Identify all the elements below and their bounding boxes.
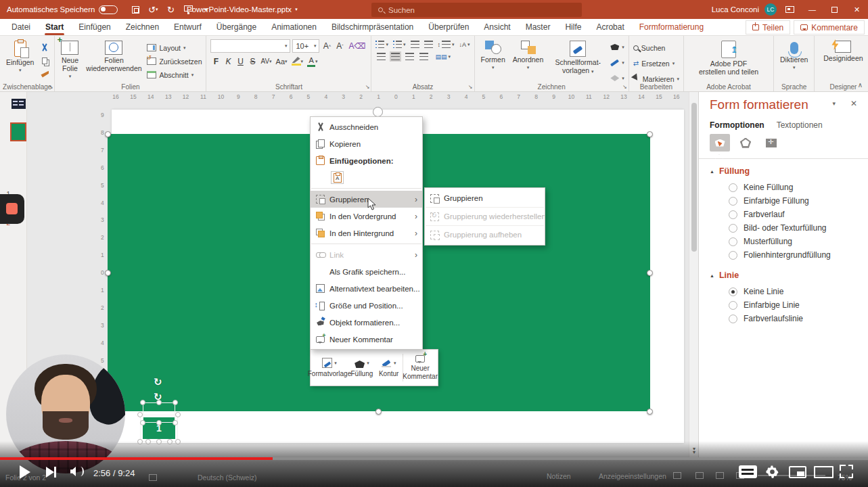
- group-rotate-handle-outer[interactable]: ↻: [154, 376, 166, 388]
- shape-handle-bottom-center[interactable]: [375, 409, 382, 415]
- reuse-slides-button[interactable]: Folien wiederverwenden: [84, 39, 143, 74]
- radio-button[interactable]: [729, 251, 737, 260]
- save-button[interactable]: [127, 1, 143, 18]
- fullscreen-button[interactable]: [840, 465, 853, 478]
- align-right-button[interactable]: [404, 51, 415, 62]
- menu-item-in-den-hintergrund[interactable]: In den Hintergrund›: [311, 225, 422, 241]
- dictate-button[interactable]: Diktieren ▾: [778, 39, 810, 72]
- radio-option-folienhintergrundfüllung[interactable]: Folienhintergrundfüllung: [729, 250, 831, 260]
- group-handle[interactable]: [175, 412, 181, 417]
- radio-button[interactable]: [729, 315, 737, 323]
- shape-fill-button[interactable]: ▾: [610, 41, 624, 53]
- status-language[interactable]: Deutsch (Schweiz): [198, 473, 257, 482]
- minimize-button[interactable]: —: [801, 0, 823, 19]
- tab-überprüfen[interactable]: Überprüfen: [421, 19, 476, 35]
- group-handle[interactable]: [140, 400, 145, 405]
- tab-datei[interactable]: Datei: [4, 19, 38, 35]
- design-ideas-button[interactable]: Designideen: [819, 39, 867, 64]
- tab-hilfe[interactable]: Hilfe: [557, 19, 589, 35]
- collapse-ribbon-button[interactable]: ∧: [858, 81, 863, 89]
- radio-button[interactable]: [729, 237, 737, 246]
- share-button[interactable]: Teilen: [746, 20, 790, 34]
- group-handle[interactable]: [156, 400, 162, 405]
- arrange-button[interactable]: Anordnen ▾: [511, 39, 546, 72]
- align-left-button[interactable]: [375, 51, 387, 62]
- group-handle[interactable]: [137, 412, 143, 417]
- radio-option-musterfüllung[interactable]: Musterfüllung: [729, 237, 792, 246]
- menu-item-objekt-formatieren-[interactable]: Objekt formatieren...: [311, 314, 422, 331]
- decrease-indent-button[interactable]: [411, 41, 419, 48]
- effects-tab[interactable]: [735, 134, 756, 152]
- radio-option-keine-füllung[interactable]: Keine Füllung: [729, 183, 793, 192]
- replace-button[interactable]: ⇄Ersetzen▾: [633, 57, 679, 69]
- theater-mode-button[interactable]: [814, 466, 833, 478]
- shrink-font-button[interactable]: Aˇ: [334, 41, 345, 52]
- bold-button[interactable]: F: [210, 55, 221, 67]
- menu-item-gruppieren[interactable]: Gruppieren›: [311, 191, 422, 208]
- slide-2-thumbnail[interactable]: [10, 122, 26, 141]
- cut-button[interactable]: [39, 41, 50, 53]
- fill-button[interactable]: ▾ Füllung: [348, 350, 375, 386]
- search-box[interactable]: Suchen: [371, 3, 582, 17]
- tab-animationen[interactable]: Animationen: [264, 19, 324, 35]
- size-properties-tab[interactable]: [761, 134, 781, 152]
- radio-option-farbverlauf[interactable]: Farbverlauf: [729, 210, 785, 219]
- find-button[interactable]: Suchen: [633, 42, 679, 53]
- outline-button[interactable]: ▾ Kontur: [375, 350, 403, 386]
- normal-view-icon[interactable]: [673, 472, 681, 479]
- radio-button[interactable]: [729, 287, 737, 296]
- section-button[interactable]: Abschnitt▾: [147, 69, 202, 80]
- font-color-button[interactable]: A▾: [306, 55, 319, 67]
- video-progress-track[interactable]: [0, 457, 868, 460]
- autosave-control[interactable]: Automatisches Speichern: [7, 5, 118, 14]
- reading-view-icon[interactable]: [716, 472, 724, 479]
- tab-start[interactable]: Start: [38, 19, 71, 35]
- shape-effects-button[interactable]: ▾: [610, 72, 624, 84]
- radio-option-bild-oder-texturfüllung[interactable]: Bild- oder Texturfüllung: [729, 223, 827, 233]
- fill-section-header[interactable]: ▲ Füllung: [710, 166, 750, 176]
- undo-button[interactable]: ↺▾: [145, 1, 161, 18]
- italic-button[interactable]: K: [223, 55, 233, 67]
- group-handle[interactable]: [173, 420, 178, 425]
- drawing-dialog-launcher[interactable]: ↘: [622, 84, 627, 90]
- slide-sorter-view-icon[interactable]: [695, 472, 704, 479]
- close-button[interactable]: ✕: [846, 0, 868, 19]
- status-display-settings-button[interactable]: Anzeigeeinstellungen: [599, 472, 666, 480]
- settings-gear-icon[interactable]: [764, 464, 780, 480]
- font-name-combo[interactable]: ▾: [210, 39, 290, 53]
- menu-item-ausschneiden[interactable]: Ausschneiden: [311, 118, 422, 135]
- change-case-button[interactable]: Aa▾: [275, 55, 289, 67]
- shape-handle-mid-left[interactable]: [105, 270, 111, 276]
- clipboard-dialog-launcher[interactable]: ↘: [49, 84, 53, 90]
- paste-button[interactable]: Einfügen ▾: [4, 39, 36, 74]
- tab-shape-options[interactable]: Formoptionen: [710, 120, 764, 130]
- new-slide-button[interactable]: Neue Folie ▾: [59, 39, 81, 80]
- adobe-pdf-button[interactable]: Adobe PDFerstellen und teilen: [688, 39, 769, 77]
- account-control[interactable]: Luca Conconi LC: [712, 0, 777, 19]
- grow-font-button[interactable]: A^: [321, 41, 332, 52]
- rotate-handle[interactable]: [373, 107, 383, 117]
- text-highlight-button[interactable]: ▾: [290, 55, 305, 67]
- paragraph-dialog-launcher[interactable]: ↘: [468, 84, 473, 90]
- line-section-header[interactable]: ▲ Linie: [710, 271, 739, 280]
- shape-handle-top-right[interactable]: [647, 131, 653, 137]
- line-spacing-button[interactable]: ↕▾: [438, 41, 455, 48]
- menu-item-kopieren[interactable]: Kopieren: [311, 135, 422, 152]
- shapes-button[interactable]: Formen ▾: [479, 39, 507, 72]
- tab-entwurf[interactable]: Entwurf: [166, 19, 209, 35]
- group-handle[interactable]: [140, 420, 145, 425]
- copy-button[interactable]: [39, 55, 50, 66]
- layout-button[interactable]: Layout▾: [147, 42, 202, 53]
- menu-item-einfügeoptionen-[interactable]: Einfügeoptionen:: [311, 152, 422, 169]
- radio-button[interactable]: [729, 301, 737, 310]
- screen-recorder-stop-button[interactable]: [0, 194, 24, 224]
- pane-close-icon[interactable]: ✕: [850, 99, 857, 108]
- play-button[interactable]: [20, 465, 30, 479]
- justify-button[interactable]: [418, 51, 430, 62]
- restore-button[interactable]: [823, 0, 846, 19]
- miniplayer-button[interactable]: [789, 466, 806, 478]
- shape-handle-bottom-right[interactable]: [647, 409, 653, 415]
- font-dialog-launcher[interactable]: ↘: [365, 84, 370, 90]
- menu-item-alternativtext-bearbeiten-[interactable]: Alternativtext bearbeiten...: [311, 280, 422, 297]
- font-size-combo[interactable]: 10+▾: [292, 39, 319, 53]
